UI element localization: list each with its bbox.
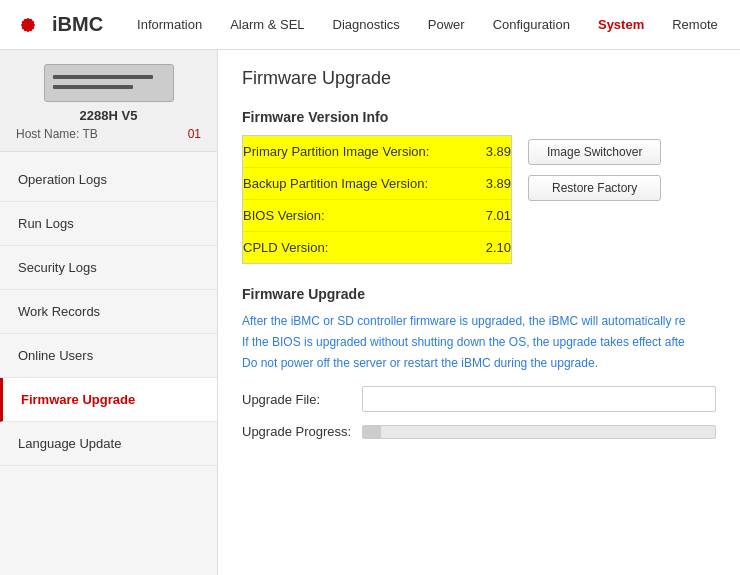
version-action-buttons: Image Switchover Restore Factory xyxy=(528,135,661,201)
main-content: Firmware Upgrade Firmware Version Info P… xyxy=(218,50,740,575)
brand-label: iBMC xyxy=(52,13,103,36)
firmware-primary-value: 3.89 xyxy=(471,144,511,159)
upgrade-form: Upgrade File: Upgrade Progress: xyxy=(242,386,716,439)
firmware-bios-value: 7.01 xyxy=(471,208,511,223)
sidebar: 2288H V5 Host Name: TB 01 Operation Logs… xyxy=(0,50,218,575)
sidebar-item-language-update[interactable]: Language Update xyxy=(0,422,217,466)
nav-alarm-sel[interactable]: Alarm & SEL xyxy=(216,17,318,32)
firmware-upgrade-section: Firmware Upgrade After the iBMC or SD co… xyxy=(242,286,716,439)
top-navigation: iBMC Information Alarm & SEL Diagnostics… xyxy=(0,0,740,50)
upgrade-progress-fill xyxy=(363,426,381,438)
firmware-cpld-label: CPLD Version: xyxy=(243,240,328,255)
sidebar-item-online-users[interactable]: Online Users xyxy=(0,334,217,378)
restore-factory-button[interactable]: Restore Factory xyxy=(528,175,661,201)
firmware-cpld-value: 2.10 xyxy=(471,240,511,255)
upgrade-progress-row: Upgrade Progress: xyxy=(242,424,716,439)
sidebar-item-run-logs[interactable]: Run Logs xyxy=(0,202,217,246)
device-name: 2288H V5 xyxy=(80,108,138,123)
nav-information[interactable]: Information xyxy=(123,17,216,32)
main-layout: 2288H V5 Host Name: TB 01 Operation Logs… xyxy=(0,50,740,575)
host-name-row: Host Name: TB 01 xyxy=(10,127,207,141)
version-info-title: Firmware Version Info xyxy=(242,109,716,125)
nav-system[interactable]: System xyxy=(584,17,658,32)
firmware-primary-label: Primary Partition Image Version: xyxy=(243,144,429,159)
nav-power[interactable]: Power xyxy=(414,17,479,32)
nav-diagnostics[interactable]: Diagnostics xyxy=(319,17,414,32)
sidebar-item-firmware-upgrade[interactable]: Firmware Upgrade xyxy=(0,378,217,422)
sidebar-item-security-logs[interactable]: Security Logs xyxy=(0,246,217,290)
firmware-backup-value: 3.89 xyxy=(471,176,511,191)
upgrade-file-label: Upgrade File: xyxy=(242,392,362,407)
nav-remote[interactable]: Remote xyxy=(658,17,732,32)
firmware-version-table: Primary Partition Image Version: 3.89 Ba… xyxy=(242,135,512,264)
upgrade-file-input[interactable] xyxy=(362,386,716,412)
firmware-row-cpld: CPLD Version: 2.10 xyxy=(243,232,511,263)
nav-items: Information Alarm & SEL Diagnostics Powe… xyxy=(123,17,732,32)
warning-text-1: After the iBMC or SD controller firmware… xyxy=(242,312,716,330)
sidebar-menu: Operation Logs Run Logs Security Logs Wo… xyxy=(0,152,217,466)
upgrade-section-title: Firmware Upgrade xyxy=(242,286,716,302)
device-image xyxy=(44,64,174,102)
logo-area: iBMC xyxy=(10,7,103,43)
firmware-row-bios: BIOS Version: 7.01 xyxy=(243,200,511,232)
sidebar-item-operation-logs[interactable]: Operation Logs xyxy=(0,158,217,202)
firmware-bios-label: BIOS Version: xyxy=(243,208,325,223)
sidebar-item-work-records[interactable]: Work Records xyxy=(0,290,217,334)
host-name-label: Host Name: TB xyxy=(16,127,98,141)
warning-text-2: If the BIOS is upgraded without shutting… xyxy=(242,333,716,351)
firmware-version-section: Firmware Version Info Primary Partition … xyxy=(242,109,716,264)
host-name-val: 01 xyxy=(188,127,201,141)
image-switchover-button[interactable]: Image Switchover xyxy=(528,139,661,165)
nav-configuration[interactable]: Configuration xyxy=(479,17,584,32)
device-area: 2288H V5 Host Name: TB 01 xyxy=(0,50,217,152)
huawei-logo-icon xyxy=(10,7,46,43)
firmware-row-primary: Primary Partition Image Version: 3.89 xyxy=(243,136,511,168)
firmware-backup-label: Backup Partition Image Version: xyxy=(243,176,428,191)
warning-text-3: Do not power off the server or restart t… xyxy=(242,354,716,372)
page-title: Firmware Upgrade xyxy=(242,68,716,89)
upgrade-progress-bar xyxy=(362,425,716,439)
upgrade-file-row: Upgrade File: xyxy=(242,386,716,412)
firmware-row-backup: Backup Partition Image Version: 3.89 xyxy=(243,168,511,200)
upgrade-progress-label: Upgrade Progress: xyxy=(242,424,362,439)
